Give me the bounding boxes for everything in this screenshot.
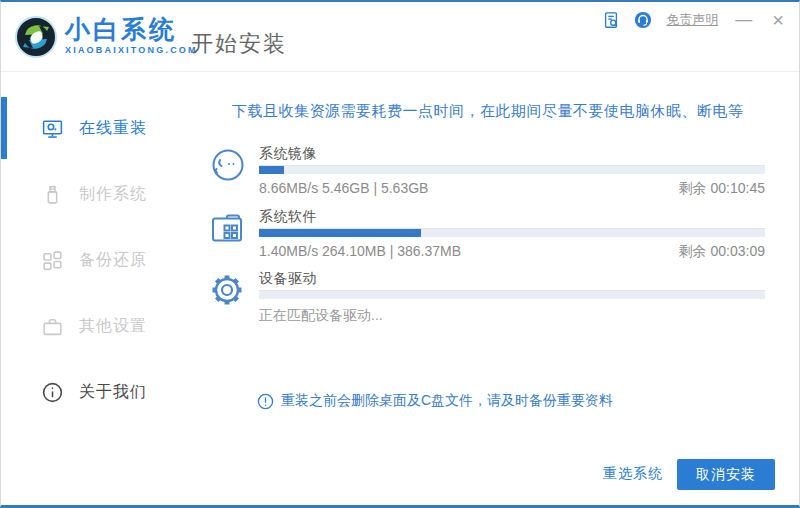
main-content: 下载且收集资源需要耗费一点时间，在此期间尽量不要使电脑休眠、断电等 系统镜像 [201,72,799,504]
exclamation-circle-icon [257,393,274,410]
brand-domain: XIAOBAIXITONG.COM [65,45,198,55]
sidebar-item-label: 制作系统 [79,184,147,205]
task-name: 系统软件 [259,207,765,225]
time-remaining: 剩余 00:10:45 [679,180,765,198]
sidebar-item-other-settings[interactable]: 其他设置 [1,293,201,359]
mascot-face-icon [207,145,247,185]
sidebar-item-label: 关于我们 [79,382,147,403]
backup-warning-text: 重装之前会删除桌面及C盘文件，请及时备份重要资料 [281,392,613,410]
task-system-software: 系统软件 1.40MB/s 264.10MB | 386.37MB 剩余 00:… [207,207,765,261]
brand-block: 小白系统 XIAOBAIXITONG.COM [65,15,198,55]
page-title: 开始安装 [191,29,287,59]
disclaimer-link[interactable]: 免责声明 [666,11,718,29]
reselect-system-button[interactable]: 重选系统 [603,465,663,483]
sidebar-item-label: 其他设置 [79,316,147,337]
sidebar-item-label: 在线重装 [79,118,147,139]
cancel-install-button[interactable]: 取消安装 [677,459,775,490]
info-icon [41,381,64,404]
sidebar-item-backup-restore[interactable]: 备份还原 [1,227,201,293]
backup-grid-icon [41,249,64,272]
progress-bar-system-image [259,166,765,174]
progress-fill [259,166,284,174]
minimize-button[interactable]: — [732,11,755,29]
header-controls: 免责声明 — × [602,11,787,29]
progress-bar-system-software [259,229,765,237]
app-window: 小白系统 XIAOBAIXITONG.COM 开始安装 免责声明 — × [0,0,800,508]
app-logo-icon [15,16,57,58]
task-device-drivers: 设备驱动 正在匹配设备驱动... [207,269,765,325]
download-notice: 下载且收集资源需要耗费一点时间，在此期间尽量不要使电脑休眠、断电等 [232,102,744,121]
sidebar-item-about-us[interactable]: 关于我们 [1,359,201,425]
brand-name: 小白系统 [65,15,198,43]
download-stats: 8.66MB/s 5.46GB | 5.63GB [259,180,428,198]
task-name: 系统镜像 [259,144,765,162]
close-button[interactable]: × [769,11,787,29]
sidebar: 在线重装 制作系统 备份还原 [1,72,201,504]
monitor-icon [41,117,64,140]
sidebar-item-label: 备份还原 [79,250,147,271]
log-doc-search-icon[interactable] [602,11,620,29]
gear-icon [207,270,247,310]
time-remaining: 剩余 00:03:09 [679,243,765,261]
sidebar-item-online-reinstall[interactable]: 在线重装 [1,95,201,161]
download-stats: 1.40MB/s 264.10MB | 386.37MB [259,243,461,261]
task-name: 设备驱动 [259,269,765,287]
backup-warning: 重装之前会删除桌面及C盘文件，请及时备份重要资料 [257,392,613,410]
sidebar-item-make-system[interactable]: 制作系统 [1,161,201,227]
usb-drive-icon [41,183,64,206]
progress-fill [259,229,421,237]
app-folder-icon [207,208,247,248]
briefcase-icon [41,315,64,338]
title-bar: 小白系统 XIAOBAIXITONG.COM 开始安装 免责声明 — × [1,2,799,72]
driver-matching-status: 正在匹配设备驱动... [259,307,765,325]
task-system-image: 系统镜像 8.66MB/s 5.46GB | 5.63GB 剩余 00:10:4… [207,144,765,198]
customer-service-headset-icon[interactable] [634,11,652,29]
progress-bar-device-drivers [259,291,765,299]
